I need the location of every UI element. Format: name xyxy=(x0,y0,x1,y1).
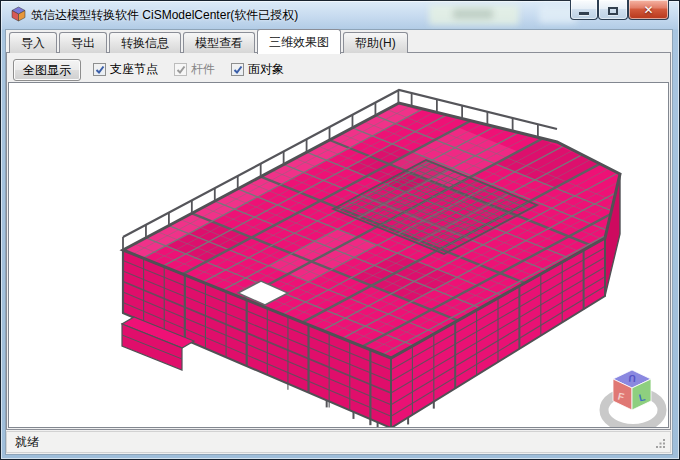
display-options-row: 支座节点杆件面对象 xyxy=(93,61,284,78)
tab-model-view[interactable]: 模型查看 xyxy=(183,32,255,53)
tab-convert-info[interactable]: 转换信息 xyxy=(109,32,181,53)
tab-strip: 导入导出转换信息模型查看三维效果图帮助(H) xyxy=(9,29,410,53)
model-viewport[interactable]: UFL xyxy=(8,82,669,428)
check-icon xyxy=(233,65,243,75)
checkbox-face-objects[interactable]: 面对象 xyxy=(231,61,284,78)
full-view-button[interactable]: 全图显示 xyxy=(13,59,81,81)
check-icon xyxy=(176,65,186,75)
app-icon xyxy=(10,6,27,23)
resize-grip[interactable] xyxy=(656,439,666,449)
checkbox-members-label: 杆件 xyxy=(191,61,215,78)
tab-3d-view[interactable]: 三维效果图 xyxy=(257,29,341,54)
checkbox-members-box xyxy=(174,63,187,76)
maximize-button[interactable] xyxy=(598,0,628,20)
checkbox-support-nodes-label: 支座节点 xyxy=(110,61,158,78)
checkbox-face-objects-label: 面对象 xyxy=(248,61,284,78)
maximize-icon xyxy=(608,7,618,15)
logo-letter-top: U xyxy=(628,373,636,384)
checkbox-support-nodes-box[interactable] xyxy=(93,63,106,76)
close-icon: ✕ xyxy=(643,1,653,19)
titlebar[interactable]: 筑信达模型转换软件 CiSModelCenter(软件已授权) ✕ xyxy=(0,0,680,29)
minimize-button[interactable] xyxy=(570,0,598,20)
tab-export[interactable]: 导出 xyxy=(59,32,107,53)
checkbox-face-objects-box[interactable] xyxy=(231,63,244,76)
check-icon xyxy=(95,65,105,75)
checkbox-support-nodes[interactable]: 支座节点 xyxy=(93,61,158,78)
minimize-icon xyxy=(579,12,589,15)
window-title: 筑信达模型转换软件 CiSModelCenter(软件已授权) xyxy=(31,7,298,24)
model-3d-render: UFL xyxy=(9,83,668,427)
status-text: 就绪 xyxy=(15,434,39,451)
tab-help[interactable]: 帮助(H) xyxy=(343,32,408,53)
statusbar: 就绪 xyxy=(6,431,671,453)
close-button[interactable]: ✕ xyxy=(628,0,669,20)
checkbox-members: 杆件 xyxy=(174,61,215,78)
watermark-logo: UFL xyxy=(604,370,662,427)
tab-import[interactable]: 导入 xyxy=(9,32,57,53)
